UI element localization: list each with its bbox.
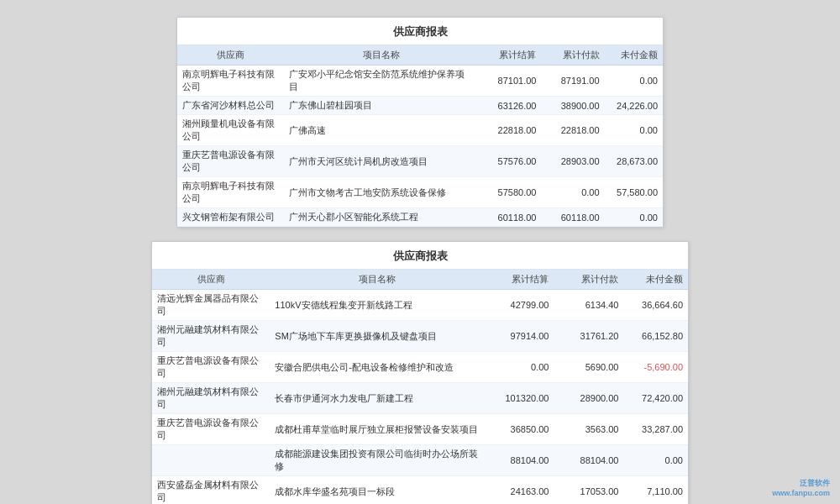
table-cell: 清远光辉金属器品有限公司: [152, 290, 270, 321]
table2: 供应商 项目名称 累计结算 累计付款 未付金额 清远光辉金属器品有限公司110k…: [152, 270, 688, 504]
table-cell: 湘州顾量机电设备有限公司: [177, 115, 284, 146]
table-cell: 成都能源建设集团投资有限公司临街时办公场所装修: [270, 445, 484, 476]
table-cell: 66,152.80: [623, 321, 688, 352]
col-header-total-calc-1: 累计结算: [478, 45, 541, 66]
table-cell: 110kV安德线程集变开新线路工程: [270, 290, 484, 321]
table-cell: 南京明辉电子科技有限公司: [177, 177, 284, 208]
table-cell: 31761.20: [554, 321, 623, 352]
table-cell: 22818.00: [541, 115, 604, 146]
table-row: 成都能源建设集团投资有限公司临街时办公场所装修88104.0088104.000…: [152, 445, 688, 476]
table-cell: 6134.40: [554, 290, 623, 321]
table-cell: 88104.00: [554, 445, 623, 476]
table-cell: 22818.00: [478, 115, 541, 146]
table-cell: -5,690.00: [623, 352, 688, 383]
table-cell: 南京明辉电子科技有限公司: [177, 66, 284, 97]
table-cell: 重庆艺普电源设备有限公司: [152, 414, 270, 445]
table-cell: 0.00: [605, 208, 663, 227]
table-cell: 0.00: [485, 352, 554, 383]
table-cell: 成都水库华盛名苑项目一标段: [270, 476, 484, 505]
watermark: 泛普软件 www.fanpu.com: [772, 478, 830, 497]
table-cell: 33,287.00: [623, 414, 688, 445]
table-cell: 38900.00: [541, 97, 604, 115]
table-cell: 0.00: [623, 445, 688, 476]
table-row: 湘州元融建筑材料有限公司长春市伊通河水力发电厂新建工程101320.002890…: [152, 383, 688, 414]
table-cell: 63126.00: [478, 97, 541, 115]
table-cell: 60118.00: [541, 208, 604, 227]
table-cell: 28903.00: [541, 146, 604, 177]
table-cell: 重庆艺普电源设备有限公司: [152, 352, 270, 383]
table-cell: 97914.00: [485, 321, 554, 352]
table-cell: 0.00: [605, 115, 663, 146]
col-header-supplier-2: 供应商: [152, 270, 270, 290]
table-cell: 7,110.00: [623, 476, 688, 505]
table-row: 湘州元融建筑材料有限公司SM广场地下车库更换摄像机及键盘项目97914.0031…: [152, 321, 688, 352]
table-cell: 长春市伊通河水力发电厂新建工程: [270, 383, 484, 414]
table-cell: 广东佛山碧桂园项目: [284, 97, 478, 115]
table-cell: 0.00: [541, 177, 604, 208]
watermark-url: www.fanpu.com: [772, 489, 830, 497]
table-cell: 57576.00: [478, 146, 541, 177]
table-row: 南京明辉电子科技有限公司广安邓小平纪念馆安全防范系统维护保养项目87101.00…: [177, 66, 663, 97]
table-cell: 广州市天河区统计局机房改造项目: [284, 146, 478, 177]
table1-body: 南京明辉电子科技有限公司广安邓小平纪念馆安全防范系统维护保养项目87101.00…: [177, 66, 663, 227]
table1: 供应商 项目名称 累计结算 累计付款 未付金额 南京明辉电子科技有限公司广安邓小…: [177, 45, 663, 227]
table-cell: 36,664.60: [623, 290, 688, 321]
table-cell: 87191.00: [541, 66, 604, 97]
table-cell: 60118.00: [478, 208, 541, 227]
table-cell: 24,226.00: [605, 97, 663, 115]
table-cell: 87101.00: [478, 66, 541, 97]
table-cell: 101320.00: [485, 383, 554, 414]
col-header-total-calc-2: 累计结算: [485, 270, 554, 290]
table-cell: 3563.00: [554, 414, 623, 445]
table-cell: 17053.00: [554, 476, 623, 505]
col-header-project-2: 项目名称: [270, 270, 484, 290]
table2-title: 供应商报表: [152, 242, 688, 270]
table-cell: 24163.00: [485, 476, 554, 505]
table-cell: 42799.00: [485, 290, 554, 321]
table-card-2: 供应商报表 供应商 项目名称 累计结算 累计付款 未付金额 清远光辉金属器品有限…: [151, 241, 689, 504]
table-cell: 广东省河沙材料总公司: [177, 97, 284, 115]
table-row: 西安盛磊金属材料有限公司成都水库华盛名苑项目一标段24163.0017053.0…: [152, 476, 688, 505]
col-header-total-paid-1: 累计付款: [541, 45, 604, 66]
table-cell: 湘州元融建筑材料有限公司: [152, 383, 270, 414]
table-cell: 广州天心郡小区智能化系统工程: [284, 208, 478, 227]
col-header-project-1: 项目名称: [284, 45, 478, 66]
table-cell: 安徽合肥供电公司-配电设备检修维护和改造: [270, 352, 484, 383]
col-header-unpaid-2: 未付金额: [623, 270, 688, 290]
table-cell: 广佛高速: [284, 115, 478, 146]
table-cell: 28900.00: [554, 383, 623, 414]
table-cell: [152, 445, 270, 476]
table-cell: 0.00: [605, 66, 663, 97]
page-container: 供应商报表 供应商 项目名称 累计结算 累计付款 未付金额 南京明辉电子科技有限…: [0, 0, 840, 504]
table-cell: 重庆艺普电源设备有限公司: [177, 146, 284, 177]
table-row: 广东省河沙材料总公司广东佛山碧桂园项目63126.0038900.0024,22…: [177, 97, 663, 115]
table-row: 兴文钢管桁架有限公司广州天心郡小区智能化系统工程60118.0060118.00…: [177, 208, 663, 227]
table-cell: 西安盛磊金属材料有限公司: [152, 476, 270, 505]
table-cell: 88104.00: [485, 445, 554, 476]
table-cell: 57580.00: [478, 177, 541, 208]
table2-body: 清远光辉金属器品有限公司110kV安德线程集变开新线路工程42799.00613…: [152, 290, 688, 505]
col-header-supplier-1: 供应商: [177, 45, 284, 66]
table-cell: 5690.00: [554, 352, 623, 383]
table-cell: SM广场地下车库更换摄像机及键盘项目: [270, 321, 484, 352]
table1-header-row: 供应商 项目名称 累计结算 累计付款 未付金额: [177, 45, 663, 66]
table-cell: 28,673.00: [605, 146, 663, 177]
col-header-total-paid-2: 累计付款: [554, 270, 623, 290]
table-cell: 57,580.00: [605, 177, 663, 208]
table1-title: 供应商报表: [177, 18, 663, 45]
table-row: 清远光辉金属器品有限公司110kV安德线程集变开新线路工程42799.00613…: [152, 290, 688, 321]
table2-header-row: 供应商 项目名称 累计结算 累计付款 未付金额: [152, 270, 688, 290]
watermark-brand: 泛普软件: [772, 478, 830, 489]
table-cell: 广州市文物考古工地安防系统设备保修: [284, 177, 478, 208]
table-row: 重庆艺普电源设备有限公司广州市天河区统计局机房改造项目57576.0028903…: [177, 146, 663, 177]
table-cell: 湘州元融建筑材料有限公司: [152, 321, 270, 352]
table-row: 重庆艺普电源设备有限公司安徽合肥供电公司-配电设备检修维护和改造0.005690…: [152, 352, 688, 383]
table-row: 南京明辉电子科技有限公司广州市文物考古工地安防系统设备保修57580.000.0…: [177, 177, 663, 208]
col-header-unpaid-1: 未付金额: [605, 45, 663, 66]
table-cell: 广安邓小平纪念馆安全防范系统维护保养项目: [284, 66, 478, 97]
table-cell: 兴文钢管桁架有限公司: [177, 208, 284, 227]
table-cell: 36850.00: [485, 414, 554, 445]
table-row: 湘州顾量机电设备有限公司广佛高速22818.0022818.000.00: [177, 115, 663, 146]
table-cell: 72,420.00: [623, 383, 688, 414]
table-card-1: 供应商报表 供应商 项目名称 累计结算 累计付款 未付金额 南京明辉电子科技有限…: [176, 17, 664, 228]
